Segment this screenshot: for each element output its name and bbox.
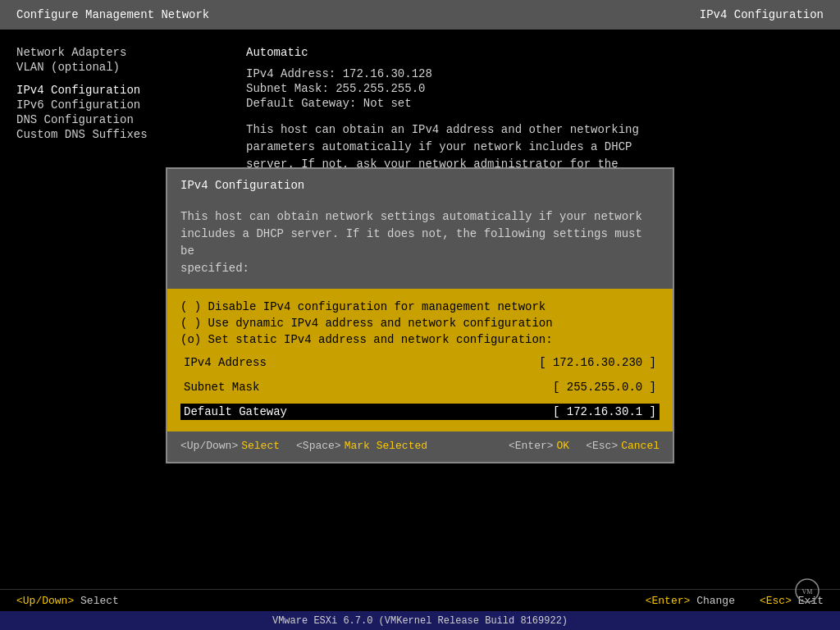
field-value-gateway: [ 172.16.30.1 ] <box>410 404 660 420</box>
modal-options-area: ( ) Disable IPv4 configuration for manag… <box>167 289 673 431</box>
footer-enter: <Enter> OK <box>509 440 569 452</box>
footer-space: <Space> Mark Selected <box>296 440 427 452</box>
footer-esc: <Esc> Cancel <box>586 440 660 452</box>
esc-key: <Esc> <box>586 440 618 452</box>
option-disable[interactable]: ( ) Disable IPv4 configuration for manag… <box>180 300 660 313</box>
field-row-subnet[interactable]: Subnet Mask [ 255.255.0.0 ] <box>180 379 660 395</box>
space-action: Mark Selected <box>345 440 427 452</box>
updown-key: <Up/Down> <box>180 440 238 452</box>
ipv4-config-modal: IPv4 Configuration This host can obtain … <box>166 167 674 463</box>
modal-description: This host can obtain network settings au… <box>167 200 673 289</box>
field-row-gateway[interactable]: Default Gateway [ 172.16.30.1 ] <box>180 404 660 420</box>
option-static[interactable]: (o) Set static IPv4 address and network … <box>180 333 660 346</box>
enter-action: OK <box>557 440 570 452</box>
modal-footer: <Up/Down> Select <Space> Mark Selected <… <box>167 431 673 462</box>
field-label-subnet: Subnet Mask <box>180 379 410 395</box>
modal-overlay: IPv4 Configuration This host can obtain … <box>0 0 840 630</box>
footer-updown: <Up/Down> Select <box>180 440 280 452</box>
field-row-ipv4[interactable]: IPv4 Address [ 172.16.30.230 ] <box>180 354 660 371</box>
field-label-ipv4: IPv4 Address <box>180 354 410 371</box>
field-value-ipv4: [ 172.16.30.230 ] <box>410 354 660 371</box>
enter-key: <Enter> <box>509 440 554 452</box>
field-value-subnet: [ 255.255.0.0 ] <box>410 379 660 395</box>
esc-action: Cancel <box>621 440 660 452</box>
option-dynamic[interactable]: ( ) Use dynamic IPv4 address and network… <box>180 317 660 330</box>
space-key: <Space> <box>296 440 341 452</box>
updown-action: Select <box>241 440 280 452</box>
field-label-gateway: Default Gateway <box>180 404 410 420</box>
modal-title: IPv4 Configuration <box>167 169 673 200</box>
